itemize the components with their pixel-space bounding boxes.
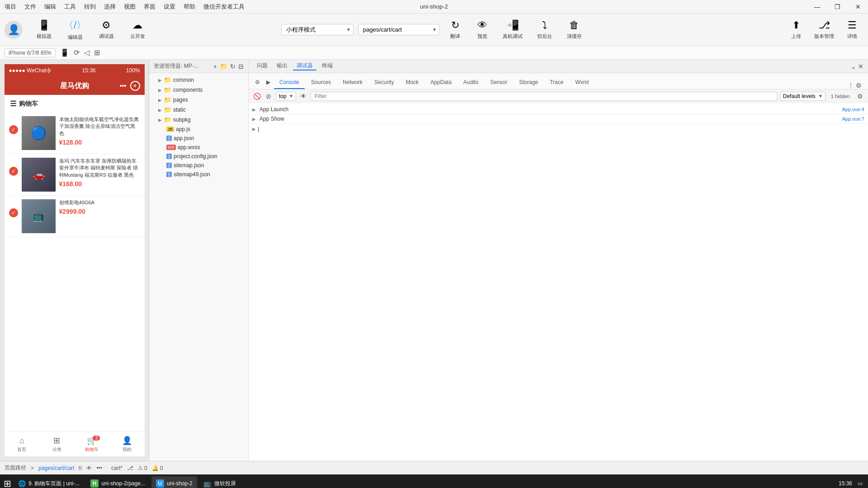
phone-header-circle-icon[interactable]: + (130, 81, 140, 91)
windows-start-icon[interactable]: ⊞ (4, 478, 11, 488)
version-button[interactable]: ⎇ 版本管理 (810, 15, 839, 44)
context-select-wrapper[interactable]: top ▼ (276, 92, 296, 101)
page-select[interactable]: pages/cart/cart (358, 24, 439, 35)
upload-button[interactable]: ⬆ 上传 (785, 15, 807, 44)
cart-item-checkbox[interactable]: ✓ (9, 167, 18, 176)
editor-button[interactable]: 〈/〉 编辑器 (61, 15, 90, 44)
current-path[interactable]: pages/cart/cart (38, 465, 74, 471)
clear-console-button[interactable]: 🚫 (252, 92, 261, 101)
nav-item-category[interactable]: ⊞ 分类 (39, 436, 75, 453)
file-item-sitemap49[interactable]: {} sitemap49.json (149, 170, 248, 179)
level-select-wrapper[interactable]: Default levels ▼ (780, 92, 826, 101)
back-icon[interactable]: ◁ (84, 48, 90, 57)
file-item-appjs[interactable]: JS app.js (149, 125, 248, 134)
debugger-button[interactable]: ⚙ 调试器 (92, 15, 121, 44)
tab-console[interactable]: Console (274, 76, 305, 89)
path-eye-icon[interactable]: 👁 (86, 465, 92, 471)
top-tab-output[interactable]: 输出 (273, 62, 291, 70)
folder-item-pages[interactable]: ▶ 📁 pages (149, 95, 248, 105)
file-item-projectconfig[interactable]: {} project.config.json (149, 152, 248, 161)
new-file-icon[interactable]: + (213, 63, 217, 70)
menu-item-select[interactable]: 选择 (104, 3, 116, 11)
copy-path-icon[interactable]: ⎘ (79, 465, 82, 471)
taskbar-item-screen[interactable]: 📺 微软投屏 (199, 476, 241, 488)
tab-sources[interactable]: Sources (306, 76, 336, 89)
preview-button[interactable]: 👁 预览 (471, 15, 494, 44)
phone-header-dots-icon[interactable]: ••• (120, 82, 127, 89)
context-select[interactable]: top (276, 92, 296, 101)
maximize-button[interactable]: ❐ (827, 0, 848, 14)
close-button[interactable]: ✕ (848, 0, 868, 14)
real-debug-button[interactable]: 📲 真机调试 (498, 15, 527, 44)
avatar[interactable]: 👤 (5, 21, 23, 39)
file-item-sitemap[interactable]: {} sitemap.json (149, 161, 248, 170)
level-select[interactable]: Default levels (780, 92, 826, 101)
cart-item-checkbox[interactable]: ✓ (9, 208, 18, 217)
taskbar-item-browser[interactable]: 🌐 9. 购物车页面 | uni-... (13, 476, 84, 488)
mode-select[interactable]: 小程序模式 (281, 24, 354, 35)
menu-item-tools[interactable]: 工具 (64, 3, 76, 11)
log-source-appShow[interactable]: App.vue:7 (842, 116, 864, 122)
tab-sensor[interactable]: Sensor (485, 76, 513, 89)
menu-item-goto[interactable]: 转到 (84, 3, 96, 11)
preserve-log-button[interactable]: ⊘ (264, 92, 273, 101)
grid-icon[interactable]: ⊞ (94, 48, 100, 57)
cart-file-indicator[interactable]: cart* (111, 465, 123, 471)
page-select-wrapper[interactable]: pages/cart/cart ▼ (358, 24, 439, 35)
top-tab-debugger[interactable]: 调试器 (293, 62, 316, 70)
detail-button[interactable]: ☰ 详情 (841, 15, 863, 44)
tab-settings-icon[interactable]: ⚙ (252, 76, 263, 89)
filter-input[interactable] (311, 92, 777, 101)
nav-item-profile[interactable]: 👤 我的 (109, 436, 145, 453)
file-item-appjson[interactable]: {} app.json (149, 134, 248, 143)
minimize-button[interactable]: — (807, 0, 827, 14)
folder-item-static[interactable]: ▶ 📁 static (149, 105, 248, 115)
tab-appdata[interactable]: AppData (425, 76, 457, 89)
folder-item-components[interactable]: ▶ 📁 components (149, 85, 248, 95)
new-folder-icon[interactable]: 📁 (220, 63, 227, 70)
tab-security[interactable]: Security (369, 76, 399, 89)
menu-item-file[interactable]: 文件 (24, 3, 36, 11)
device-name[interactable]: iPhone 6/7/8 85% (5, 48, 56, 57)
eye-filter-button[interactable]: 👁 (299, 92, 308, 101)
cloud-button[interactable]: ☁ 云开发 (123, 15, 152, 44)
menu-item-edit[interactable]: 编辑 (44, 3, 56, 11)
tab-network[interactable]: Network (337, 76, 368, 89)
nav-item-cart[interactable]: 🛒 3 购物车 (75, 436, 110, 453)
nav-item-home[interactable]: ⌂ 首页 (5, 436, 40, 453)
rotate-icon[interactable]: ⟳ (74, 48, 80, 57)
more-tabs-icon[interactable]: ⋮ (848, 82, 854, 89)
log-source-appLaunch[interactable]: App.vue:4 (842, 107, 864, 112)
expand-icon[interactable]: ⌄ (851, 63, 856, 70)
expand-arrow-icon[interactable]: ▶ (252, 107, 256, 112)
tab-wxml[interactable]: Wxml (570, 76, 594, 89)
file-item-appwxss[interactable]: WX app.wxss (149, 143, 248, 152)
close-devtools-icon[interactable]: ✕ (858, 63, 863, 70)
tab-audits[interactable]: Audits (458, 76, 484, 89)
cart-item-checkbox[interactable]: ✓ (9, 125, 18, 134)
path-more-icon[interactable]: ••• (96, 465, 102, 471)
taskbar-item-hbuilder[interactable]: H uni-shop-2/page... (86, 476, 150, 488)
tab-mock[interactable]: Mock (400, 76, 424, 89)
show-desktop-icon[interactable]: ▭ (856, 480, 864, 487)
tab-storage[interactable]: Storage (514, 76, 543, 89)
menu-item-help[interactable]: 帮助 (184, 3, 195, 11)
menu-item-project[interactable]: 项目 (5, 3, 16, 11)
top-tab-issues[interactable]: 问题 (253, 62, 271, 70)
refresh-tree-icon[interactable]: ↻ (230, 63, 236, 70)
menu-item-interface[interactable]: 界面 (144, 3, 156, 11)
clear-cache-button[interactable]: 🗑 清缓存 (561, 15, 587, 44)
tab-trace[interactable]: Trace (544, 76, 569, 89)
folder-item-common[interactable]: ▶ 📁 common (149, 75, 248, 85)
phone-view-icon[interactable]: 📱 (60, 48, 69, 57)
menu-item-settings[interactable]: 设置 (164, 3, 175, 11)
taskbar-item-wechat-devtools[interactable]: U uni-shop-2 (151, 476, 197, 488)
simulator-button[interactable]: 📱 模拟器 (29, 15, 58, 44)
top-tab-terminal[interactable]: 终端 (318, 62, 336, 70)
collapse-tree-icon[interactable]: ⊟ (238, 63, 244, 70)
mode-select-wrapper[interactable]: 小程序模式 ▼ (281, 24, 354, 35)
refresh-button[interactable]: ↻ 翻译 (444, 15, 467, 44)
settings-gear-icon[interactable]: ⚙ (856, 82, 862, 89)
menu-item-view[interactable]: 视图 (124, 3, 136, 11)
tab-run-icon[interactable]: ▶ (264, 76, 273, 89)
